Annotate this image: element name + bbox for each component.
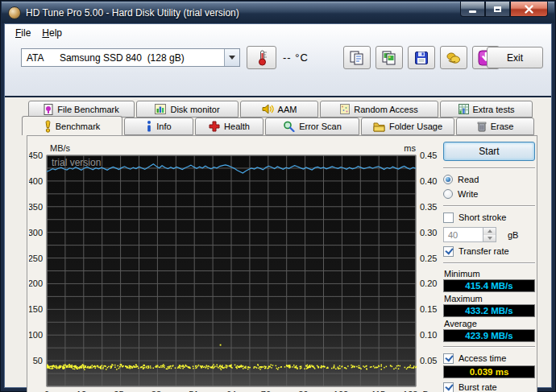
svg-text:300: 300 (29, 228, 43, 237)
copy-image-icon (381, 50, 397, 66)
close-icon (525, 5, 533, 14)
copy-text-icon (349, 50, 365, 66)
close-button[interactable] (510, 2, 548, 17)
transfer-rate-checkbox[interactable] (443, 246, 454, 257)
svg-text:0.15: 0.15 (420, 304, 437, 314)
temperature-button[interactable] (247, 46, 276, 69)
info-icon (146, 121, 152, 132)
extra-tests-icon (458, 104, 469, 114)
copy-screenshot-button[interactable] (376, 46, 403, 69)
minimize-icon (469, 10, 476, 13)
short-stroke-row[interactable]: Short stroke (443, 211, 535, 224)
web-link-icon (445, 50, 463, 66)
benchmark-controls: Start Read Write Short stroke 40 (443, 140, 535, 392)
menu-file[interactable]: File (10, 26, 36, 40)
tab-erase[interactable]: Erase (456, 118, 534, 135)
access-time-label: Access time (458, 353, 506, 363)
exit-button[interactable]: Exit (487, 47, 543, 68)
tab-folder-usage[interactable]: Folder Usage (361, 118, 454, 135)
read-label: Read (458, 175, 479, 184)
capacity-unit-label: gB (508, 230, 518, 240)
save-screenshot-button[interactable] (408, 46, 435, 69)
separator (443, 262, 535, 264)
capacity-row: 40 gB (443, 227, 535, 242)
menu-help[interactable]: Help (36, 26, 68, 40)
drive-select-value: ATA Samsung SSD 840 (128 gB) (22, 52, 224, 64)
write-radio-row[interactable]: Write (443, 188, 535, 200)
burst-rate-row[interactable]: Burst rate (443, 381, 535, 392)
health-cross-icon (209, 121, 220, 132)
top-bars: File Help ATA Samsung SSD 840 (128 gB) (5, 24, 551, 97)
tab-label: Extra tests (473, 105, 515, 114)
menu-bar: File Help (5, 24, 551, 42)
title-bar[interactable]: HD Tune Pro 5.00 - Hard Disk Utility (tr… (2, 2, 554, 23)
svg-text:250: 250 (29, 254, 43, 263)
copy-text-button[interactable] (343, 46, 371, 69)
tab-aam[interactable]: AAM (240, 101, 318, 118)
read-radio[interactable] (443, 175, 453, 184)
thermometer-icon (255, 50, 268, 66)
stepper-up-button[interactable] (483, 228, 496, 235)
maximize-icon (494, 6, 501, 12)
tab-benchmark[interactable]: Benchmark (22, 116, 122, 135)
tab-error-scan[interactable]: Error Scan (265, 118, 359, 135)
transfer-rate-label: Transfer rate (458, 246, 509, 256)
drive-select[interactable]: ATA Samsung SSD 840 (128 gB) (21, 48, 240, 67)
tab-info[interactable]: Info (124, 118, 193, 135)
capacity-value: 40 (444, 228, 483, 241)
write-label: Write (458, 189, 478, 199)
stepper-down-button[interactable] (483, 235, 496, 242)
svg-text:MB/s: MB/s (50, 143, 71, 153)
speaker-icon (262, 104, 274, 114)
svg-text:450: 450 (29, 151, 43, 160)
access-time-value: 0.039 ms (443, 365, 535, 378)
minimum-label: Minimum (444, 269, 535, 279)
svg-text:350: 350 (29, 202, 43, 212)
tab-disk-monitor[interactable]: Disk monitor (136, 101, 239, 118)
trash-icon (477, 121, 487, 132)
save-icon (413, 50, 429, 66)
drive-select-dropdown-button[interactable] (224, 49, 239, 66)
tab-row-primary: Benchmark Info Health Error Scan Folder … (22, 118, 536, 135)
start-button[interactable]: Start (443, 142, 535, 161)
magnifier-icon (283, 121, 295, 132)
access-time-row[interactable]: Access time (443, 352, 535, 365)
svg-text:100: 100 (29, 330, 43, 340)
website-link-button[interactable] (440, 46, 467, 69)
svg-text:0.45: 0.45 (420, 151, 437, 160)
tab-label: Erase (491, 122, 514, 131)
svg-text:50: 50 (33, 356, 43, 365)
transfer-rate-row[interactable]: Transfer rate (443, 245, 535, 258)
tab-health[interactable]: Health (195, 118, 263, 135)
maximum-value: 433.2 MB/s (443, 304, 535, 317)
tab-file-benchmark[interactable]: File Benchmark (28, 101, 135, 118)
minimize-button[interactable] (460, 2, 485, 17)
separator (443, 167, 535, 169)
client-area: File Help ATA Samsung SSD 840 (128 gB) (4, 23, 552, 388)
svg-text:200: 200 (29, 279, 43, 288)
maximize-button[interactable] (485, 2, 510, 17)
disk-monitor-icon (155, 104, 166, 114)
capacity-stepper[interactable]: 40 (443, 227, 496, 242)
benchmark-tab-panel: MB/sms450400350300250200150100500.450.40… (27, 135, 537, 392)
short-stroke-checkbox[interactable] (443, 213, 454, 223)
separator (443, 346, 535, 348)
window-title: HD Tune Pro 5.00 - Hard Disk Utility (tr… (26, 7, 239, 19)
maximum-label: Maximum (444, 294, 535, 303)
minimum-value: 415.4 MB/s (443, 279, 535, 292)
tab-extra-tests[interactable]: Extra tests (440, 101, 533, 118)
file-benchmark-icon (44, 104, 53, 115)
svg-text:trial version: trial version (52, 157, 101, 168)
svg-text:0.25: 0.25 (420, 254, 437, 263)
tab-label: File Benchmark (57, 105, 118, 114)
svg-text:150: 150 (29, 304, 43, 314)
write-radio[interactable] (443, 189, 453, 199)
average-value: 423.9 MB/s (443, 329, 535, 342)
separator (443, 205, 535, 207)
tab-label: Random Access (354, 105, 417, 114)
tab-random-access[interactable]: Random Access (320, 101, 438, 118)
tab-label: Error Scan (299, 122, 342, 131)
burst-rate-checkbox[interactable] (443, 382, 454, 392)
access-time-checkbox[interactable] (443, 353, 454, 364)
read-radio-row[interactable]: Read (443, 173, 535, 186)
